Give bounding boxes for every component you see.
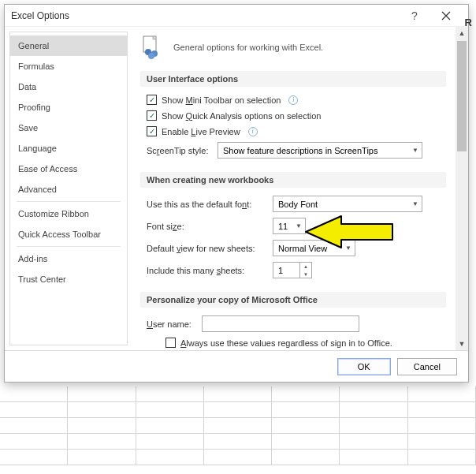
font-size-dropdown[interactable]: 11 ▼ bbox=[273, 218, 306, 234]
ok-button[interactable]: OK bbox=[337, 358, 391, 375]
scrollbar-thumb[interactable] bbox=[457, 41, 467, 151]
chevron-down-icon: ▼ bbox=[412, 147, 418, 154]
sidebar-item-trust-center[interactable]: Trust Center bbox=[10, 269, 127, 289]
info-icon[interactable]: i bbox=[248, 127, 258, 136]
sheets-count-label: Include this many sheets: bbox=[147, 266, 273, 275]
sidebar-item-language[interactable]: Language bbox=[10, 138, 127, 159]
button-bar: OK Cancel bbox=[5, 350, 468, 382]
mini-toolbar-checkbox[interactable]: ✓ bbox=[147, 95, 157, 105]
always-use-checkbox[interactable]: ✓ bbox=[165, 338, 176, 348]
content-panel: General options for working with Excel. … bbox=[128, 27, 468, 350]
sidebar-item-save[interactable]: Save bbox=[10, 118, 127, 138]
sidebar-item-formulas[interactable]: Formulas bbox=[10, 56, 127, 77]
spreadsheet-background bbox=[0, 386, 476, 474]
spinner-down-icon[interactable]: ▼ bbox=[300, 271, 311, 278]
close-button[interactable] bbox=[430, 5, 462, 27]
username-input[interactable] bbox=[202, 315, 359, 332]
quick-analysis-checkbox[interactable]: ✓ bbox=[147, 110, 157, 121]
default-font-dropdown[interactable]: Body Font ▼ bbox=[273, 196, 422, 212]
chevron-down-icon: ▼ bbox=[345, 244, 351, 252]
sidebar-separator bbox=[17, 246, 121, 247]
sidebar-item-customize-ribbon[interactable]: Customize Ribbon bbox=[10, 203, 127, 224]
default-view-label: Default view for new sheets: bbox=[147, 244, 273, 253]
sheets-count-spinner[interactable]: 1 ▲ ▼ bbox=[273, 262, 312, 278]
chevron-down-icon: ▼ bbox=[296, 222, 302, 230]
sidebar-item-quick-access[interactable]: Quick Access Toolbar bbox=[10, 224, 127, 244]
sidebar-item-ease-of-access[interactable]: Ease of Access bbox=[10, 159, 127, 179]
always-use-label: Always use these values regardless of si… bbox=[180, 338, 392, 348]
username-label: User name: bbox=[147, 319, 202, 329]
cancel-button[interactable]: Cancel bbox=[397, 358, 457, 375]
default-font-label: Use this as the default font: bbox=[147, 200, 273, 209]
scroll-down-icon[interactable]: ▼ bbox=[456, 338, 468, 350]
screentip-dropdown[interactable]: Show feature descriptions in ScreenTips … bbox=[218, 142, 422, 159]
general-options-icon bbox=[140, 35, 165, 60]
sidebar-item-addins[interactable]: Add-ins bbox=[10, 248, 127, 269]
dialog-title: Excel Options bbox=[11, 10, 399, 21]
help-button[interactable]: ? bbox=[399, 5, 430, 27]
quick-analysis-label: Show Quick Analysis options on selection bbox=[162, 111, 321, 121]
chevron-down-icon: ▼ bbox=[412, 200, 418, 207]
excel-options-dialog: R Excel Options ? General Formulas Data … bbox=[4, 4, 469, 383]
section-new-workbooks: When creating new workbooks bbox=[140, 172, 446, 188]
scroll-up-icon[interactable]: ▲ bbox=[456, 27, 468, 39]
default-view-dropdown[interactable]: Normal View ▼ bbox=[273, 240, 355, 256]
live-preview-label: Enable Live Preview bbox=[162, 127, 240, 136]
sidebar-item-proofing[interactable]: Proofing bbox=[10, 97, 127, 118]
sidebar: General Formulas Data Proofing Save Lang… bbox=[9, 32, 128, 345]
sidebar-item-data[interactable]: Data bbox=[10, 77, 127, 97]
spinner-up-icon[interactable]: ▲ bbox=[300, 263, 311, 271]
vertical-scrollbar[interactable]: ▲ ▼ bbox=[456, 27, 468, 350]
close-icon bbox=[441, 11, 451, 21]
section-personalize: Personalize your copy of Microsoft Offic… bbox=[140, 292, 446, 308]
svg-point-3 bbox=[148, 53, 154, 59]
sidebar-separator bbox=[17, 201, 121, 202]
info-icon[interactable]: i bbox=[288, 95, 298, 105]
font-size-label: Font size: bbox=[147, 222, 273, 231]
sidebar-item-advanced[interactable]: Advanced bbox=[10, 179, 127, 200]
sidebar-item-general[interactable]: General bbox=[10, 35, 127, 56]
titlebar: Excel Options ? bbox=[5, 5, 468, 27]
header-text: General options for working with Excel. bbox=[173, 43, 323, 52]
screentip-label: ScreenTip style: bbox=[147, 146, 218, 155]
section-ui-options: User Interface options bbox=[140, 71, 446, 87]
mini-toolbar-label: Show Mini Toolbar on selection bbox=[162, 95, 281, 105]
live-preview-checkbox[interactable]: ✓ bbox=[147, 126, 157, 136]
